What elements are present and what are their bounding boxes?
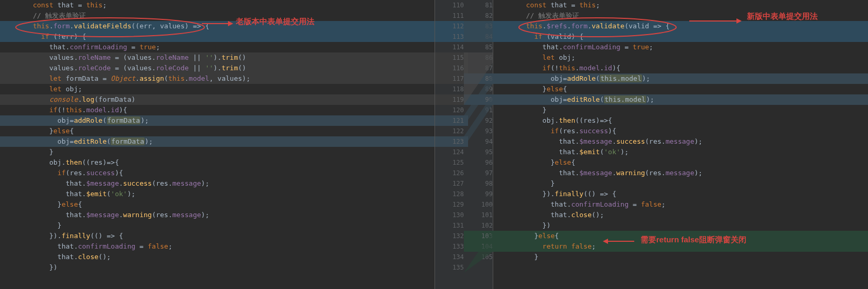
code-line[interactable]: that.confirmLoading = true; — [0, 42, 435, 52]
code-line[interactable]: if(!this.model.id){ — [493, 63, 868, 73]
code-text: }else{ — [0, 126, 74, 136]
code-text: obj=editRole(this.model); — [493, 94, 654, 105]
code-text: } — [493, 252, 538, 262]
code-line[interactable]: if (!err) { — [0, 31, 435, 42]
code-line[interactable]: // 触发表单验证 — [0, 10, 435, 21]
code-line[interactable]: }) — [493, 220, 868, 231]
code-line[interactable]: } — [493, 105, 868, 115]
code-line[interactable]: this.$refs.form.validate(valid => { — [493, 21, 868, 31]
code-text: const that = this; — [493, 0, 600, 10]
code-text: obj.then((res)=>{ — [0, 157, 119, 168]
code-text: if(res.success){ — [493, 126, 616, 136]
code-line[interactable]: let obj; — [0, 84, 435, 94]
code-line[interactable]: this.form.validateFields((err, values) =… — [0, 21, 435, 31]
code-line[interactable]: }else{ — [493, 231, 868, 241]
code-text: } — [0, 220, 61, 231]
code-line[interactable]: that.$emit('ok'); — [0, 189, 435, 199]
code-text: values.roleName = (values.roleName || ''… — [0, 52, 246, 63]
code-line[interactable]: console.log(formData) — [0, 94, 435, 105]
code-line[interactable]: }else{ — [0, 199, 435, 210]
left-code-pane[interactable]: const that = this; // 触发表单验证 this.form.v… — [0, 0, 435, 289]
code-line[interactable]: obj=addRole(this.model); — [493, 73, 868, 84]
code-line[interactable]: that.confirmLoading = false; — [493, 199, 868, 210]
code-line[interactable] — [493, 262, 868, 273]
code-line[interactable]: that.$message.warning(res.message); — [493, 168, 868, 178]
code-line[interactable]: obj.then((res)=>{ — [0, 157, 435, 168]
code-text: if (valid) { — [493, 31, 583, 42]
code-line[interactable]: }else{ — [0, 126, 435, 136]
code-text: that.confirmLoading = false; — [493, 199, 666, 210]
code-text: // 触发表单验证 — [0, 10, 86, 21]
code-text: that.close(); — [493, 210, 604, 220]
code-line[interactable]: that.$message.warning(res.message); — [0, 210, 435, 220]
code-text: }else{ — [493, 231, 559, 241]
code-line[interactable]: that.confirmLoading = true; — [493, 42, 868, 52]
code-line[interactable]: return false; — [493, 241, 868, 252]
svg-marker-1 — [464, 21, 493, 42]
code-text: }else{ — [493, 157, 576, 168]
code-text: that.$message.success(res.message); — [0, 178, 209, 189]
code-line[interactable]: const that = this; — [0, 0, 435, 10]
code-line[interactable]: }).finally(() => { — [493, 189, 868, 199]
code-line[interactable]: that.$message.success(res.message); — [0, 178, 435, 189]
code-text: const that = this; — [0, 0, 107, 10]
code-text: that.$message.success(res.message); — [493, 136, 702, 147]
code-text: that.confirmLoading = true; — [0, 42, 160, 52]
code-line[interactable]: }else{ — [493, 157, 868, 168]
code-text: obj=addRole(formData); — [0, 115, 149, 126]
code-line[interactable]: if(res.success){ — [493, 126, 868, 136]
code-text: if(res.success){ — [0, 168, 123, 178]
code-text: obj=editRole(formData); — [0, 136, 153, 147]
code-line[interactable]: values.roleName = (values.roleName || ''… — [0, 52, 435, 63]
code-line[interactable]: obj=editRole(formData); — [0, 136, 435, 147]
code-line[interactable]: that.confirmLoading = false; — [0, 241, 435, 252]
code-line[interactable]: } — [493, 178, 868, 189]
code-text: that.$message.warning(res.message); — [493, 168, 702, 178]
code-text: let obj; — [493, 52, 576, 63]
code-text: let obj; — [0, 84, 82, 94]
code-line[interactable]: } — [0, 220, 435, 231]
code-text: that.close(); — [0, 252, 111, 262]
right-code-pane[interactable]: const that = this; // 触发表单验证 this.$refs.… — [493, 0, 868, 289]
code-line[interactable]: that.close(); — [493, 210, 868, 220]
code-text: if(!this.model.id){ — [493, 63, 621, 73]
code-text: if (!err) { — [0, 31, 86, 42]
code-text: } — [0, 147, 53, 157]
code-line[interactable]: // 触发表单验证 — [493, 10, 868, 21]
code-line[interactable]: obj=addRole(formData); — [0, 115, 435, 126]
svg-marker-4 — [464, 231, 493, 273]
code-line[interactable]: values.roleCode = (values.roleCode || ''… — [0, 63, 435, 73]
code-text: this.$refs.form.validate(valid => { — [493, 21, 670, 31]
code-text: }) — [493, 220, 551, 231]
code-line[interactable]: obj=editRole(this.model); — [493, 94, 868, 105]
code-line[interactable]: obj.then((res)=>{ — [493, 115, 868, 126]
code-line[interactable]: } — [0, 147, 435, 157]
code-text: }) — [0, 262, 58, 273]
diff-view: const that = this; // 触发表单验证 this.form.v… — [0, 0, 868, 289]
code-line[interactable]: that.$emit('ok'); — [493, 147, 868, 157]
code-line[interactable]: that.$message.success(res.message); — [493, 136, 868, 147]
code-text: }else{ — [0, 199, 82, 210]
code-line[interactable]: if(!this.model.id){ — [0, 105, 435, 115]
code-line[interactable]: }).finally(() => { — [0, 231, 435, 241]
code-line[interactable]: }) — [0, 262, 435, 273]
code-text: let formData = Object.assign(this.model,… — [0, 73, 250, 84]
diff-ribbons — [435, 0, 493, 289]
code-text: this.form.validateFields((err, values) =… — [0, 21, 209, 31]
code-line[interactable]: } — [493, 252, 868, 262]
code-text: console.log(formData) — [0, 94, 135, 105]
code-text: if(!this.model.id){ — [0, 105, 127, 115]
code-text: values.roleCode = (values.roleCode || ''… — [0, 63, 246, 73]
code-line[interactable]: const that = this; — [493, 0, 868, 10]
code-line[interactable]: let formData = Object.assign(this.model,… — [0, 73, 435, 84]
code-text: } — [493, 178, 555, 189]
code-text: that.$emit('ok'); — [493, 147, 628, 157]
code-text: obj=addRole(this.model); — [493, 73, 650, 84]
code-line[interactable]: let obj; — [493, 52, 868, 63]
code-line[interactable]: that.close(); — [0, 252, 435, 262]
code-line[interactable]: }else{ — [493, 84, 868, 94]
code-line[interactable]: if (valid) { — [493, 31, 868, 42]
code-line[interactable]: if(res.success){ — [0, 168, 435, 178]
code-text: obj.then((res)=>{ — [493, 115, 612, 126]
code-text: }).finally(() => { — [493, 189, 616, 199]
